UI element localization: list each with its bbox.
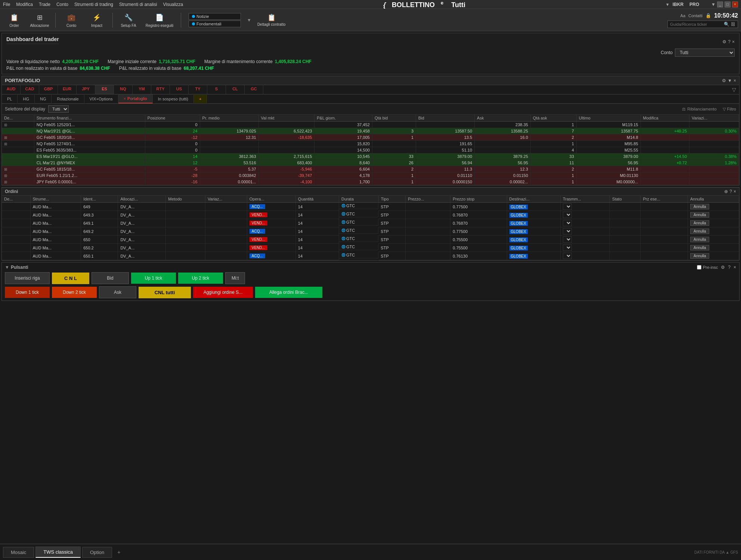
expand-icon[interactable]: ⊞ — [4, 180, 7, 184]
order-button[interactable]: 📋 Order — [3, 10, 25, 30]
menu-trade[interactable]: Trade — [39, 2, 50, 7]
tab-cl[interactable]: CL — [226, 85, 245, 94]
trasm-select[interactable] — [563, 228, 572, 234]
pre-insc-checkbox[interactable] — [697, 265, 701, 270]
portafoglio-close-icon[interactable]: × — [124, 96, 126, 101]
window-controls[interactable]: _ □ × — [717, 1, 738, 7]
down1-tick-button[interactable]: Down 1 tick — [5, 287, 50, 298]
aggiungi-ordine-button[interactable]: Aggiungi ordine S... — [193, 287, 253, 298]
pulsanti-help-icon[interactable]: ? — [728, 265, 731, 270]
ocell-trasm[interactable] — [560, 219, 610, 227]
menu-visualizza[interactable]: Visualizza — [163, 2, 183, 7]
cnl-tutti-button[interactable]: CNL tutti — [139, 287, 191, 298]
tab-cad[interactable]: CAD — [21, 85, 39, 94]
settings-icon[interactable]: ⚙ — [722, 39, 726, 44]
pulsanti-settings-icon[interactable]: ⚙ — [721, 265, 725, 270]
tab-add-button[interactable]: + — [114, 547, 124, 557]
ocell-opera[interactable]: VEND... — [247, 244, 295, 252]
opera-vend-button[interactable]: VEND... — [249, 237, 267, 242]
conto-button[interactable]: 💼 Conto — [60, 10, 83, 30]
tab-tws-classica[interactable]: TWS classica — [35, 547, 81, 558]
ocell-trasm[interactable] — [560, 227, 610, 236]
tab-mosaic[interactable]: Mosaic — [3, 547, 34, 558]
opera-vend-button[interactable]: VEND... — [249, 245, 267, 250]
tab-gbp[interactable]: GBP — [39, 85, 58, 94]
cell-expand[interactable]: ⊞ — [2, 179, 34, 185]
trasm-select[interactable] — [563, 212, 572, 218]
pulsanti-collapse-icon[interactable]: ▼ — [5, 265, 9, 270]
annulla-button[interactable]: Annulla — [690, 253, 709, 259]
dashboard-close-icon[interactable]: × — [732, 39, 735, 44]
notizie-button[interactable]: Notizie — [189, 13, 241, 20]
ocell-trasm[interactable] — [560, 236, 610, 244]
ocell-opera[interactable]: VEND... — [247, 236, 295, 244]
ocell-annulla-btn[interactable]: Annulla — [688, 203, 739, 211]
orders-close-icon[interactable]: × — [734, 189, 736, 194]
expand-icon[interactable]: ⊞ — [4, 167, 7, 171]
dettagli-button[interactable]: 📋 Dettagli contratto — [257, 13, 286, 27]
tab-us[interactable]: US — [170, 85, 189, 94]
up2-tick-button[interactable]: Up 2 tick — [178, 273, 223, 284]
trasm-select[interactable] — [563, 245, 572, 251]
tab-hg[interactable]: HG — [18, 95, 35, 103]
tab-es[interactable]: ES — [95, 85, 114, 94]
ocell-opera[interactable]: ACQ... — [247, 203, 295, 211]
search-input[interactable] — [670, 22, 722, 27]
opera-acq-button[interactable]: ACQ... — [249, 253, 265, 258]
tab-ng[interactable]: NG — [35, 95, 52, 103]
tab-aud[interactable]: AUD — [2, 85, 21, 94]
minimize-button[interactable]: _ — [717, 1, 723, 7]
annulla-button[interactable]: Annulla — [690, 212, 709, 218]
fondamentali-button[interactable]: Fondamentali — [189, 21, 241, 27]
help-icon[interactable]: ? — [728, 39, 731, 44]
expand-icon[interactable]: ⊞ — [4, 136, 7, 140]
orders-settings-icon[interactable]: ⊕ — [724, 189, 728, 194]
portfolio-chevron-icon[interactable]: ▼ — [728, 78, 732, 83]
tab-api[interactable]: In sospeso (tutti) — [153, 95, 194, 103]
expand-icon[interactable]: ⊞ — [4, 123, 7, 127]
setup-fa-button[interactable]: 🔧 Setup FA — [117, 10, 140, 30]
inserisci-riga-button[interactable]: Inserisci riga — [5, 272, 50, 284]
ocell-trasm[interactable] — [560, 211, 610, 219]
ocell-trasm[interactable] — [560, 244, 610, 252]
tab-s[interactable]: S — [207, 85, 226, 94]
annulla-button[interactable]: Annulla — [690, 237, 709, 242]
trasm-select[interactable] — [563, 253, 572, 259]
menu-file[interactable]: File — [3, 2, 10, 7]
tab-ym[interactable]: YM — [133, 85, 151, 94]
down2-tick-button[interactable]: Down 2 tick — [52, 287, 97, 298]
annulla-button[interactable]: Annulla — [690, 245, 709, 251]
trasm-select[interactable] — [563, 203, 572, 210]
annulla-button[interactable]: Annulla — [690, 220, 709, 226]
ocell-opera[interactable]: ACQ... — [247, 227, 295, 236]
ocell-annulla-btn[interactable]: Annulla — [688, 244, 739, 252]
menu-conto[interactable]: Conto — [56, 2, 68, 7]
tab-nq[interactable]: NQ — [114, 85, 133, 94]
impact-button[interactable]: ⚡ Impact — [86, 10, 108, 30]
cell-expand[interactable]: ⊞ — [2, 172, 34, 179]
portfolio-table-container[interactable]: De... Strumento finanzi... Posizione Pr.… — [2, 115, 739, 185]
allega-ordini-button[interactable]: Allega ordini Brac... — [255, 287, 322, 298]
ocell-annulla-btn[interactable]: Annulla — [688, 211, 739, 219]
annulla-button[interactable]: Annulla — [690, 204, 709, 209]
opera-vend-button[interactable]: VEND... — [249, 221, 267, 225]
tab-pl[interactable]: PL — [2, 95, 18, 103]
bid-button[interactable]: Bid — [92, 272, 129, 284]
portfolio-close-icon[interactable]: × — [734, 78, 736, 83]
tab-option[interactable]: Option — [82, 547, 112, 558]
tab-eur[interactable]: EUR — [58, 85, 77, 94]
tab-in-sospeso[interactable]: + — [194, 95, 207, 103]
menu-modifica[interactable]: Modifica — [16, 2, 33, 7]
expand-icon[interactable]: ⊞ — [4, 142, 7, 146]
close-button[interactable]: × — [732, 1, 738, 7]
opera-acq-button[interactable]: ACQ... — [249, 204, 265, 209]
ask-button[interactable]: Ask — [99, 286, 136, 298]
tab-portafoglio[interactable]: ×Portafoglio — [118, 94, 153, 103]
up1-tick-button[interactable]: Up 1 tick — [131, 273, 176, 284]
ocell-opera[interactable]: VEND... — [247, 219, 295, 227]
cell-expand[interactable]: ⊞ — [2, 166, 34, 172]
ocell-annulla-btn[interactable]: Annulla — [688, 236, 739, 244]
maximize-button[interactable]: □ — [725, 1, 731, 7]
opera-vend-button[interactable]: VEND... — [249, 212, 267, 217]
cell-expand[interactable]: ⊞ — [2, 134, 34, 141]
